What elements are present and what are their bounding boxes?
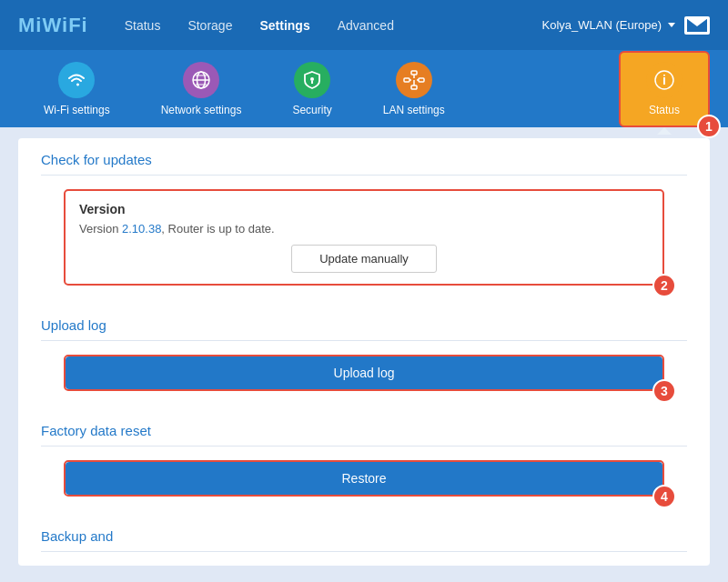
backup-section: Backup and (18, 515, 710, 557)
nav-advanced[interactable]: Advanced (338, 18, 394, 33)
check-updates-section: Check for updates Version Version 2.10.3… (18, 138, 710, 304)
nav-status[interactable]: Status (125, 18, 161, 33)
network-icon-circle (183, 62, 219, 98)
subnav-network[interactable]: Network settings (136, 53, 268, 125)
subnav-status[interactable]: i Status (619, 51, 710, 127)
info-icon: i (654, 70, 674, 90)
backup-title: Backup and (18, 515, 710, 551)
factory-reset-section: Factory data reset Restore 4 (18, 409, 710, 515)
divider-2 (41, 340, 687, 341)
svg-rect-10 (404, 78, 410, 82)
nav-settings[interactable]: Settings (259, 18, 309, 33)
active-arrow (657, 127, 672, 135)
svg-text:i: i (662, 73, 666, 87)
logo-wifi: WiFi (42, 14, 87, 36)
badge-2: 2 (652, 274, 676, 297)
subnav-network-label: Network settings (161, 104, 242, 116)
upload-log-button[interactable]: Upload log (66, 356, 662, 389)
svg-rect-12 (419, 78, 424, 82)
nav-storage[interactable]: Storage (187, 18, 232, 33)
version-box: Version Version 2.10.38, Router is up to… (64, 189, 664, 286)
subnav-status-wrapper: i Status 1 (619, 51, 710, 127)
subnav-wifi[interactable]: Wi-Fi settings (18, 53, 136, 125)
update-manually-button[interactable]: Update manually (291, 245, 437, 273)
check-updates-title: Check for updates (18, 138, 710, 175)
upload-log-box: Upload log (64, 355, 664, 391)
version-wrapper: Version Version 2.10.38, Router is up to… (64, 189, 664, 286)
version-text: Version 2.10.38, Router is up to date. (79, 222, 649, 236)
globe-icon (191, 70, 211, 90)
version-suffix: , Router is up to date. (161, 222, 274, 236)
chevron-down-icon (668, 23, 675, 27)
svg-marker-0 (686, 18, 708, 26)
subnav-lan-label: LAN settings (383, 104, 445, 116)
user-menu[interactable]: Kolya_WLAN (Europe) (542, 18, 676, 32)
lan-icon (403, 70, 425, 90)
upload-log-wrapper: Upload log 3 (64, 355, 664, 391)
header: MiWiFi Status Storage Settings Advanced … (0, 0, 728, 50)
subnav-security-label: Security (292, 104, 331, 116)
badge-4: 4 (652, 485, 676, 508)
svg-rect-11 (411, 85, 417, 89)
shield-icon (302, 70, 322, 90)
lan-icon-circle (396, 62, 432, 98)
divider-1 (41, 175, 687, 176)
main-nav: Status Storage Settings Advanced (125, 18, 515, 33)
content-card: Check for updates Version Version 2.10.3… (18, 138, 710, 566)
version-prefix: Version (79, 222, 122, 236)
sub-nav: Wi-Fi settings Network settings Security (0, 50, 728, 127)
subnav-wifi-label: Wi-Fi settings (44, 104, 110, 116)
subnav-status-label: Status (649, 104, 680, 116)
wifi-icon (66, 70, 86, 90)
subnav-lan[interactable]: LAN settings (358, 53, 470, 125)
mail-svg (686, 18, 708, 33)
upload-log-section: Upload log Upload log 3 (18, 304, 710, 409)
wifi-icon-circle (58, 62, 95, 98)
divider-4 (41, 551, 687, 552)
subnav-security[interactable]: Security (267, 53, 357, 125)
main-content: Check for updates Version Version 2.10.3… (0, 127, 728, 582)
svg-rect-9 (411, 71, 417, 75)
badge-1: 1 (697, 115, 721, 138)
badge-3: 3 (652, 379, 676, 403)
divider-3 (41, 446, 687, 447)
logo-mi: Mi (18, 14, 42, 36)
factory-reset-box: Restore (64, 460, 664, 497)
mail-icon[interactable] (684, 16, 710, 35)
security-icon-circle (294, 62, 330, 98)
factory-reset-wrapper: Restore 4 (64, 460, 664, 497)
svg-point-7 (310, 77, 314, 81)
status-icon-circle: i (646, 62, 682, 98)
header-right: Kolya_WLAN (Europe) (542, 16, 711, 35)
factory-reset-title: Factory data reset (18, 409, 710, 446)
upload-log-title: Upload log (18, 304, 710, 340)
version-number: 2.10.38 (122, 222, 161, 236)
restore-button[interactable]: Restore (66, 462, 662, 495)
username: Kolya_WLAN (Europe) (542, 18, 662, 32)
version-title: Version (79, 202, 649, 216)
logo: MiWiFi (18, 14, 88, 37)
